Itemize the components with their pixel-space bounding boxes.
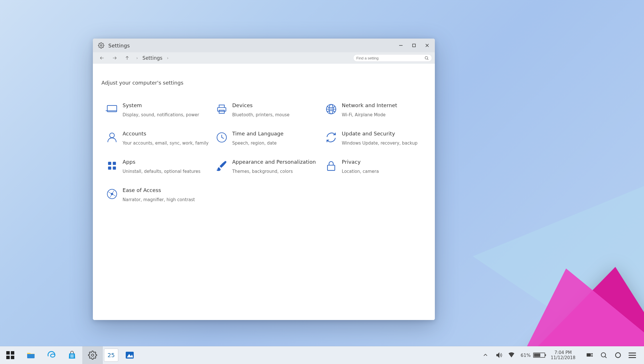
task-view-button[interactable]	[586, 351, 593, 359]
card-desc: Location, camera	[342, 169, 379, 174]
svg-rect-30	[71, 355, 72, 356]
svg-rect-26	[6, 351, 10, 355]
svg-point-41	[601, 353, 605, 357]
menu-button[interactable]	[629, 353, 636, 358]
svg-point-0	[100, 45, 102, 46]
calendar-button[interactable]: 25	[104, 349, 118, 362]
svg-line-42	[605, 357, 607, 358]
battery-icon	[533, 353, 545, 358]
page-heading: Adjust your computer's settings	[101, 80, 428, 86]
start-button[interactable]	[0, 346, 21, 364]
svg-rect-19	[108, 162, 111, 165]
svg-rect-31	[72, 355, 73, 356]
cortana-button[interactable]	[614, 351, 622, 359]
maximize-button[interactable]	[407, 39, 421, 52]
tray-expand-button[interactable]	[481, 351, 490, 359]
svg-point-8	[425, 57, 428, 59]
card-devices[interactable]: DevicesBluetooth, printers, mouse	[211, 102, 319, 117]
window-title: Settings	[108, 43, 130, 49]
svg-rect-28	[6, 356, 10, 359]
search-field[interactable]	[353, 54, 432, 62]
svg-point-34	[91, 354, 94, 356]
window-navbar: › Settings ›	[93, 52, 435, 64]
card-title: Ease of Access	[123, 187, 195, 193]
accessibility-icon	[101, 187, 123, 200]
store-button[interactable]	[62, 346, 82, 364]
gear-icon	[98, 42, 104, 49]
chevron-right-icon: ›	[164, 56, 171, 60]
window-titlebar[interactable]: Settings	[93, 39, 435, 52]
brush-icon	[211, 159, 232, 172]
card-desc: Narrator, magnifier, high contrast	[123, 197, 195, 202]
card-privacy[interactable]: PrivacyLocation, camera	[321, 159, 428, 174]
svg-rect-2	[413, 44, 415, 47]
card-title: Time and Language	[232, 131, 284, 137]
card-title: Network and Internet	[342, 102, 397, 108]
svg-rect-32	[71, 356, 72, 357]
svg-line-9	[427, 59, 428, 60]
image-app-button[interactable]	[119, 346, 140, 364]
settings-window: Settings › Settings › Adjust your comput…	[93, 39, 435, 320]
clock-icon	[211, 131, 232, 144]
desktop-wallpaper: Settings › Settings › Adjust your comput…	[0, 0, 644, 346]
svg-rect-39	[591, 353, 593, 355]
card-title: Accounts	[123, 131, 209, 137]
sync-icon	[321, 131, 342, 144]
card-ease-of-access[interactable]: Ease of AccessNarrator, magnifier, high …	[101, 187, 209, 202]
apps-icon	[101, 159, 123, 172]
card-appearance[interactable]: Appearance and PersonalizationThemes, ba…	[211, 159, 319, 174]
search-icon[interactable]	[424, 56, 429, 60]
svg-point-17	[110, 133, 115, 138]
person-icon	[101, 131, 123, 144]
svg-rect-20	[113, 162, 116, 165]
svg-point-43	[615, 353, 620, 357]
chevron-right-icon: ›	[133, 56, 141, 60]
file-explorer-button[interactable]	[21, 346, 41, 364]
settings-grid: SystemDisplay, sound, notifications, pow…	[101, 102, 428, 202]
battery-indicator[interactable]: 61%	[521, 353, 545, 358]
card-time-language[interactable]: Time and LanguageSpeech, region, date	[211, 131, 319, 146]
edge-button[interactable]	[41, 346, 62, 364]
svg-marker-37	[497, 353, 499, 357]
svg-rect-21	[108, 167, 111, 170]
card-update-security[interactable]: Update and SecurityWindows Update, recov…	[321, 131, 428, 146]
card-desc: Speech, region, date	[232, 141, 284, 146]
svg-rect-29	[11, 356, 14, 359]
clock-time: 7:04 PM	[551, 350, 575, 355]
search-button[interactable]	[600, 351, 607, 359]
nav-back-button[interactable]	[96, 52, 108, 64]
wifi-icon[interactable]	[508, 352, 515, 359]
clock[interactable]: 7:04 PM 11/12/2018	[551, 350, 575, 360]
display-icon	[101, 102, 123, 115]
card-accounts[interactable]: AccountsYour accounts, email, sync, work…	[101, 131, 209, 146]
card-title: System	[123, 102, 199, 108]
printer-icon	[211, 102, 232, 115]
card-title: Devices	[232, 102, 290, 108]
card-title: Update and Security	[342, 131, 417, 137]
svg-rect-23	[327, 165, 335, 170]
svg-rect-27	[11, 351, 14, 355]
card-network[interactable]: Network and InternetWi-Fi, Airplane Mode	[321, 102, 428, 117]
taskbar: 25 61% 7:04 PM 11/12/2018	[0, 346, 644, 364]
card-title: Apps	[123, 159, 201, 165]
card-desc: Your accounts, email, sync, work, family	[123, 141, 209, 146]
minimize-button[interactable]	[394, 39, 407, 52]
settings-button[interactable]	[82, 346, 103, 364]
card-apps[interactable]: AppsUninstall, defaults, optional featur…	[101, 159, 209, 174]
card-title: Appearance and Personalization	[232, 159, 316, 165]
card-desc: Themes, background, colors	[232, 169, 316, 174]
card-desc: Wi-Fi, Airplane Mode	[342, 112, 397, 117]
volume-icon[interactable]	[495, 352, 502, 359]
nav-up-button[interactable]	[121, 52, 133, 64]
card-desc: Bluetooth, printers, mouse	[232, 112, 290, 117]
svg-point-25	[111, 193, 113, 195]
breadcrumb-item[interactable]: Settings	[141, 55, 164, 61]
lock-icon	[321, 159, 342, 172]
card-title: Privacy	[342, 159, 379, 165]
close-button[interactable]	[421, 39, 434, 52]
search-input[interactable]	[356, 56, 424, 60]
clock-date: 11/12/2018	[551, 355, 575, 360]
svg-rect-13	[219, 110, 224, 113]
card-system[interactable]: SystemDisplay, sound, notifications, pow…	[101, 102, 209, 117]
nav-forward-button[interactable]	[108, 52, 121, 64]
